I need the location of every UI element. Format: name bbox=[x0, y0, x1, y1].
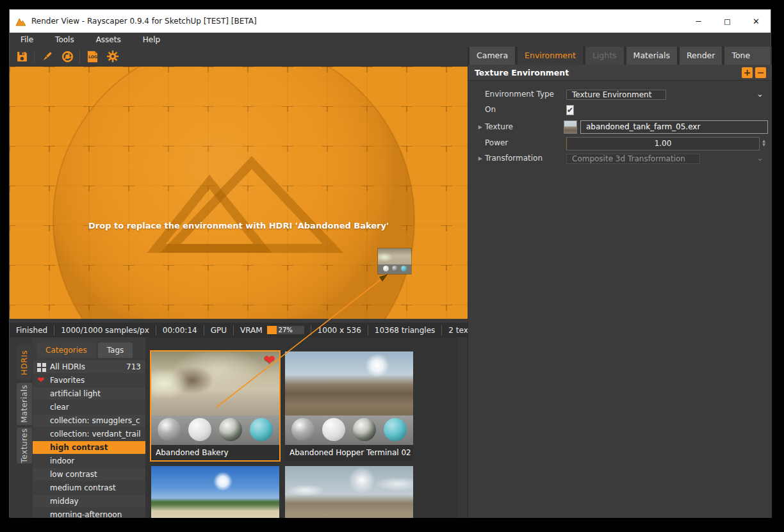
minimize-button[interactable]: ─ bbox=[684, 10, 713, 33]
hdri-pano-preview bbox=[285, 351, 413, 415]
knife-icon bbox=[41, 51, 53, 63]
add-environment-button[interactable]: + bbox=[742, 67, 753, 78]
category-item[interactable]: indoor bbox=[33, 455, 145, 467]
close-button[interactable]: ✕ bbox=[742, 10, 771, 33]
transformation-dropdown[interactable]: Composite 3d Transformation ⌄ bbox=[566, 154, 700, 164]
material-spheres bbox=[285, 415, 413, 445]
render-camera-button[interactable] bbox=[59, 49, 76, 64]
side-tab-hdris[interactable]: HDRIs bbox=[17, 345, 32, 380]
rayscaper-logo-icon bbox=[15, 17, 26, 26]
status-time: 00:00:14 bbox=[156, 325, 204, 335]
favorite-heart-icon: ❤ bbox=[264, 353, 275, 367]
aperture-icon bbox=[61, 51, 74, 63]
save-button[interactable] bbox=[13, 49, 30, 64]
section-title: Texture Environment bbox=[475, 68, 569, 77]
toolbar: LOG bbox=[10, 47, 468, 67]
power-label: Power bbox=[485, 138, 560, 147]
environment-type-label: Environment Type bbox=[485, 90, 560, 99]
tab-materials[interactable]: Materials bbox=[626, 47, 677, 65]
maximize-button[interactable]: ◻ bbox=[713, 10, 742, 33]
thumbnail-grid: Abandoned Bakery ❤ Abandoned Hopper Term… bbox=[145, 337, 458, 518]
category-item[interactable]: collection: verdant_trail bbox=[33, 428, 145, 440]
category-item[interactable]: collection: smugglers_c bbox=[33, 414, 145, 427]
texture-label: Texture bbox=[485, 122, 560, 131]
chevron-down-icon: ⌄ bbox=[756, 88, 764, 100]
expand-arrow-icon[interactable]: ▶ bbox=[468, 156, 485, 161]
menu-assets[interactable]: Assets bbox=[85, 33, 132, 47]
texture-thumbnail[interactable] bbox=[564, 120, 577, 134]
tab-camera[interactable]: Camera bbox=[470, 47, 515, 65]
toolbar-separator bbox=[34, 50, 35, 63]
tab-environment[interactable]: Environment bbox=[518, 47, 583, 65]
window-title: Render View - Rayscaper 0.9.4 for Sketch… bbox=[31, 17, 257, 26]
menu-help[interactable]: Help bbox=[132, 33, 171, 47]
hdri-card-abandoned-hopper-terminal[interactable]: Abandoned Hopper Terminal 02 bbox=[285, 351, 413, 460]
asset-browser: HDRIs Materials Textures Categories Tags… bbox=[10, 337, 468, 518]
hdri-card-abandoned-bakery[interactable]: Abandoned Bakery ❤ bbox=[151, 351, 279, 460]
side-tab-materials[interactable]: Materials bbox=[17, 383, 32, 425]
render-viewport[interactable]: Drop to replace the environment with HDR… bbox=[10, 67, 468, 319]
grid-icon bbox=[37, 362, 46, 371]
spinner-arrows[interactable]: ▲▼ bbox=[760, 136, 768, 150]
on-label: On bbox=[485, 105, 560, 114]
drop-message: Drop to replace the environment with HDR… bbox=[10, 221, 468, 230]
properties-panel: Camera Environment Lights Materials Rend… bbox=[468, 47, 772, 518]
hdri-pano-preview bbox=[285, 466, 413, 518]
hdri-card[interactable] bbox=[151, 466, 279, 518]
log-file-icon: LOG bbox=[86, 50, 99, 63]
hdri-pano-preview bbox=[151, 466, 279, 518]
render-canvas bbox=[10, 67, 468, 319]
tab-categories[interactable]: Categories bbox=[37, 343, 96, 358]
category-item[interactable]: morning-afternoon bbox=[33, 508, 145, 518]
menu-file[interactable]: File bbox=[10, 33, 44, 47]
vram-progress-bar: 27% bbox=[267, 326, 304, 334]
menu-tools[interactable]: Tools bbox=[44, 33, 85, 47]
category-item[interactable]: low contrast bbox=[33, 468, 145, 481]
category-item[interactable]: medium contrast bbox=[33, 481, 145, 494]
category-favorites[interactable]: ❤ Favorites bbox=[33, 374, 145, 387]
status-bar: Finished 1000/1000 samples/px 00:00:14 G… bbox=[10, 319, 468, 337]
tab-tags[interactable]: Tags bbox=[98, 343, 133, 358]
section-header: Texture Environment + − bbox=[468, 65, 772, 81]
hdri-card[interactable] bbox=[285, 466, 413, 518]
remove-environment-button[interactable]: − bbox=[755, 67, 766, 78]
category-item-selected[interactable]: high contrast bbox=[33, 441, 145, 454]
on-checkbox[interactable]: ✔ bbox=[566, 105, 574, 115]
transformation-label: Transformation bbox=[485, 154, 560, 163]
hdri-card-label: Abandoned Bakery bbox=[151, 445, 279, 460]
category-count: 713 bbox=[126, 360, 141, 373]
app-window: Render View - Rayscaper 0.9.4 for Sketch… bbox=[9, 9, 771, 517]
material-spheres bbox=[151, 415, 279, 445]
expand-arrow-icon[interactable]: ▶ bbox=[468, 124, 485, 130]
vram-percent: 27% bbox=[279, 326, 293, 334]
status-device: GPU bbox=[204, 325, 234, 335]
svg-text:LOG: LOG bbox=[88, 54, 97, 59]
category-item[interactable]: midday bbox=[33, 495, 145, 508]
category-item[interactable]: artificial light bbox=[33, 387, 145, 400]
title-bar: Render View - Rayscaper 0.9.4 for Sketch… bbox=[10, 10, 771, 33]
panel-tab-bar: Camera Environment Lights Materials Rend… bbox=[468, 47, 772, 65]
category-item[interactable]: clear bbox=[33, 401, 145, 414]
status-vram: VRAM 27% bbox=[234, 325, 311, 335]
side-tab-textures[interactable]: Textures bbox=[17, 428, 32, 463]
environment-type-dropdown[interactable]: Texture Environment ⌄ bbox=[566, 90, 666, 100]
menu-bar: File Tools Assets Help bbox=[10, 33, 771, 47]
power-input[interactable]: 1.00 bbox=[566, 137, 760, 150]
category-panel: Categories Tags All HDRIs 713 ❤ Favorite… bbox=[33, 337, 145, 518]
hdri-pano-preview bbox=[151, 351, 279, 415]
status-resolution: 1000 x 536 bbox=[311, 325, 368, 335]
log-button[interactable]: LOG bbox=[84, 49, 101, 64]
save-icon bbox=[16, 51, 28, 63]
heart-icon: ❤ bbox=[37, 376, 46, 385]
tab-tone-map[interactable]: Tone Map bbox=[724, 47, 771, 65]
chevron-down-icon: ⌄ bbox=[756, 152, 764, 164]
toolbar-separator bbox=[79, 50, 80, 63]
status-triangles: 10368 triangles bbox=[368, 325, 443, 335]
texture-filename-field[interactable]: abandoned_tank_farm_05.exr bbox=[580, 120, 768, 134]
tab-render[interactable]: Render bbox=[680, 47, 723, 65]
tab-lights[interactable]: Lights bbox=[585, 47, 624, 65]
category-all-hdris[interactable]: All HDRIs 713 bbox=[33, 360, 145, 373]
pick-tool-button[interactable] bbox=[38, 49, 55, 64]
settings-button[interactable] bbox=[104, 49, 121, 64]
gear-icon bbox=[106, 50, 119, 63]
